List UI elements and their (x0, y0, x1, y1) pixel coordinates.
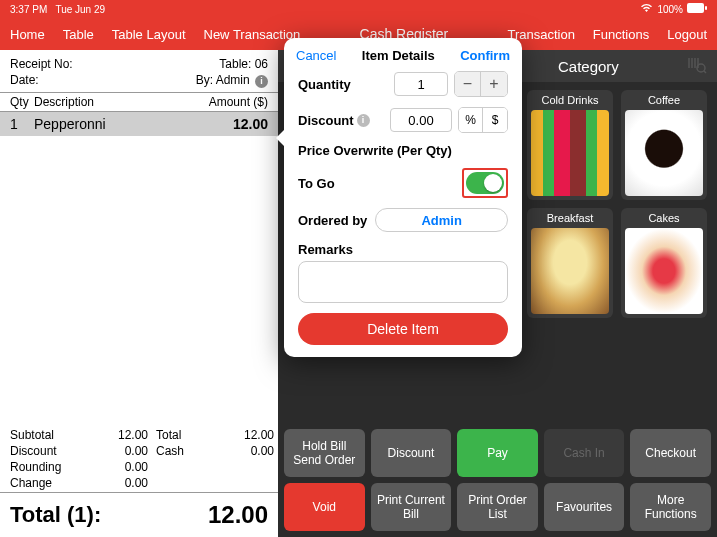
category-breakfast[interactable]: Breakfast (527, 208, 613, 318)
breakfast-image (531, 228, 609, 314)
togo-toggle[interactable] (466, 172, 504, 194)
receipt-total-bar: Total (1): 12.00 (0, 492, 278, 537)
togo-highlight (462, 168, 508, 198)
col-desc: Description (34, 95, 198, 109)
remarks-input[interactable] (298, 261, 508, 303)
price-overwrite-label: Price Overwrite (Per Qty) (298, 143, 508, 158)
nav-table[interactable]: Table (63, 27, 94, 42)
cancel-button[interactable]: Cancel (296, 48, 336, 63)
receipt-totals: Subtotal 12.00 Total 12.00 Discount 0.00… (0, 422, 278, 492)
status-bar: 3:37 PM Tue Jun 29 100% (0, 0, 717, 18)
cash-in-button[interactable]: Cash In (544, 429, 625, 477)
category-cakes[interactable]: Cakes (621, 208, 707, 318)
nav-logout[interactable]: Logout (667, 27, 707, 42)
status-date: Tue Jun 29 (55, 4, 105, 15)
total-val: 12.00 (214, 428, 274, 442)
category-grid: Cold Drinks Coffee Breakfast Cakes (527, 90, 707, 318)
receipt-columns: Qty Description Amount ($) (0, 93, 278, 112)
hold-bill-button[interactable]: Hold Bill Send Order (284, 429, 365, 477)
popover-title: Item Details (362, 48, 435, 63)
item-desc: Pepperonni (34, 116, 198, 132)
qty-plus-button[interactable]: + (481, 72, 507, 96)
barcode-search-icon[interactable] (687, 56, 707, 78)
favourites-button[interactable]: Favourites (544, 483, 625, 531)
print-order-button[interactable]: Print Order List (457, 483, 538, 531)
receipt-no-label: Receipt No: (10, 56, 73, 72)
info-icon[interactable]: i (357, 114, 370, 127)
ordered-by-label: Ordered by (298, 213, 367, 228)
remarks-label: Remarks (298, 242, 508, 257)
col-qty: Qty (10, 95, 34, 109)
discount-dollar-button[interactable]: $ (483, 108, 507, 132)
receipt-table: Table: 06 (219, 56, 268, 72)
discount-input[interactable] (390, 108, 452, 132)
category-cold-drinks[interactable]: Cold Drinks (527, 90, 613, 200)
receipt-row[interactable]: 1 Pepperonni 12.00 (0, 112, 278, 136)
grand-total-label: Total (1): (10, 502, 101, 528)
subtotal-label: Subtotal (10, 428, 80, 442)
quantity-input[interactable] (394, 72, 448, 96)
checkout-button[interactable]: Checkout (630, 429, 711, 477)
quantity-label: Quantity (298, 77, 394, 92)
nav-table-layout[interactable]: Table Layout (112, 27, 186, 42)
receipt-date-label: Date: (10, 72, 39, 88)
receipt-panel: Receipt No: Table: 06 Date: By: Admin i … (0, 50, 278, 537)
bottom-buttons: Hold Bill Send Order Discount Pay Cash I… (278, 423, 717, 537)
battery-pct: 100% (657, 4, 683, 15)
change-label: Change (10, 476, 80, 490)
wifi-icon (640, 3, 653, 15)
discount-val: 0.00 (88, 444, 148, 458)
cakes-image (625, 228, 703, 314)
popover-arrow (276, 128, 286, 148)
category-title: Category (558, 58, 619, 75)
receipt-header: Receipt No: Table: 06 Date: By: Admin i (0, 50, 278, 93)
togo-label: To Go (298, 176, 462, 191)
category-coffee[interactable]: Coffee (621, 90, 707, 200)
qty-minus-button[interactable]: − (455, 72, 481, 96)
cash-label: Cash (156, 444, 206, 458)
item-details-popover: Cancel Item Details Confirm Quantity − +… (284, 38, 522, 357)
discount-button[interactable]: Discount (371, 429, 452, 477)
cash-val: 0.00 (214, 444, 274, 458)
status-left: 3:37 PM Tue Jun 29 (10, 4, 105, 15)
grand-total-val: 12.00 (208, 501, 268, 529)
discount-percent-button[interactable]: % (459, 108, 483, 132)
void-button[interactable]: Void (284, 483, 365, 531)
ordered-by-button[interactable]: Admin (375, 208, 508, 232)
receipt-by: By: Admin i (196, 72, 268, 88)
subtotal-val: 12.00 (88, 428, 148, 442)
cold-drinks-image (531, 110, 609, 196)
quantity-stepper: − + (454, 71, 508, 97)
svg-line-7 (704, 71, 706, 73)
more-functions-button[interactable]: More Functions (630, 483, 711, 531)
toggle-knob (484, 174, 502, 192)
change-val: 0.00 (88, 476, 148, 490)
discount-type-segment: % $ (458, 107, 508, 133)
nav-home[interactable]: Home (10, 27, 45, 42)
battery-icon (687, 3, 707, 15)
svg-rect-1 (705, 6, 707, 10)
receipt-items: 1 Pepperonni 12.00 (0, 112, 278, 422)
svg-rect-0 (687, 3, 704, 13)
coffee-image (625, 110, 703, 196)
item-qty: 1 (10, 116, 34, 132)
rounding-val: 0.00 (88, 460, 148, 474)
nav-functions[interactable]: Functions (593, 27, 649, 42)
delete-item-button[interactable]: Delete Item (298, 313, 508, 345)
status-right: 100% (640, 3, 707, 15)
col-amt: Amount ($) (198, 95, 268, 109)
discount-label: Discount i (298, 113, 390, 128)
rounding-label: Rounding (10, 460, 80, 474)
total-label: Total (156, 428, 206, 442)
popover-header: Cancel Item Details Confirm (284, 38, 522, 71)
confirm-button[interactable]: Confirm (460, 48, 510, 63)
pay-button[interactable]: Pay (457, 429, 538, 477)
status-time: 3:37 PM (10, 4, 47, 15)
print-current-button[interactable]: Print Current Bill (371, 483, 452, 531)
discount-label: Discount (10, 444, 80, 458)
info-icon[interactable]: i (255, 75, 268, 88)
item-amt: 12.00 (198, 116, 268, 132)
